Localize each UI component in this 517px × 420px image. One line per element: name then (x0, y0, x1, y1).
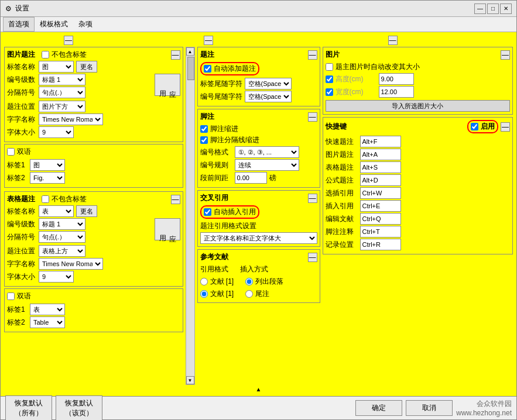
width-row: 宽度(cm) (326, 86, 511, 98)
rename-btn-table[interactable]: 更名 (76, 205, 97, 217)
top-minus-right[interactable]: — (388, 36, 398, 45)
scroll-down-btn[interactable]: ▼ (186, 376, 194, 384)
left-scrollbar: ▲ ▼ (186, 47, 195, 385)
footnote-panel-minus[interactable]: — (308, 112, 317, 122)
level-select-image[interactable]: 标题 1 (39, 74, 85, 85)
tag-suffix-row: 标签尾随字符 空格(Space (200, 78, 317, 89)
reset-all-btn[interactable]: 恢复默认（所有） (5, 395, 52, 421)
scroll-thumb[interactable] (187, 57, 194, 80)
pre-para-input[interactable] (235, 172, 267, 184)
label1-select-table[interactable]: 表 (30, 304, 65, 315)
font-size-label-table: 字体大小 (7, 272, 36, 282)
num-suffix-select[interactable]: 空格(Space (245, 91, 292, 102)
minimize-button[interactable]: — (474, 4, 486, 14)
cancel-btn[interactable]: 取消 (406, 400, 453, 416)
dual-lang-checkbox-table[interactable] (7, 292, 15, 300)
footnote-indent-row: 脚注缩进 (200, 124, 317, 134)
table-section-minus[interactable]: — (171, 195, 180, 204)
level-label-image: 编号级数 (7, 75, 36, 85)
sep-select-table[interactable]: 句点(.） (39, 231, 85, 243)
shortcuts-list: 快速题注 Alt+F 图片题注 Alt+A 表格题注 Alt+S 公式题注 (326, 136, 511, 250)
footnote-indent-checkbox[interactable] (200, 125, 208, 133)
import-btn[interactable]: 导入所选图片大小 (326, 100, 511, 112)
shortcut-key-1: Alt+A (360, 149, 401, 160)
main-window: ⚙ 设置 — □ ✕ 首选项 模板格式 杂项 — — — (0, 0, 517, 420)
auto-add-caption-checkbox[interactable] (204, 65, 211, 73)
tab-template-format[interactable]: 模板格式 (35, 17, 73, 32)
confirm-btn[interactable]: 确定 (355, 400, 402, 416)
level-apply-row-image: 编号级数 标题 1 分隔符号 句点(.） (7, 74, 180, 99)
label1-select-image[interactable]: 图 (30, 159, 65, 171)
shortcut-panel-minus[interactable]: — (501, 122, 510, 132)
width-checkbox[interactable] (326, 88, 333, 96)
height-input[interactable] (379, 73, 414, 85)
image-section-minus[interactable]: — (171, 50, 180, 60)
no-tag-checkbox-image[interactable] (42, 51, 49, 58)
font-size-select-image[interactable]: 9 (39, 126, 74, 138)
level-select-table[interactable]: 标题 1 (39, 218, 85, 230)
maximize-button[interactable]: □ (487, 4, 499, 14)
auto-resize-checkbox[interactable] (326, 63, 333, 71)
middle-panel: 题注 — 自动添加题注 标签尾随字符 空格(Space (197, 47, 320, 385)
bibliography-options: 文献 [1] 文献 [1] 列出段落 (200, 277, 317, 300)
rename-btn-image[interactable]: 更名 (76, 61, 97, 73)
num-rule-select[interactable]: 连续 (235, 159, 299, 171)
footnote-indent-label: 脚注缩进 (210, 124, 238, 134)
shortcut-label-3: 公式题注 (326, 175, 358, 185)
ref-format-select[interactable]: 正文字体名称和正文字体大 (200, 232, 317, 244)
position-row-table: 题注位置 表格上方 (7, 245, 180, 257)
tab-misc[interactable]: 杂项 (73, 17, 98, 32)
shortcut-enable-checkbox[interactable] (471, 123, 478, 130)
label2-text-table: 标签2 (7, 318, 28, 328)
shortcut-row-7: 脚注注释 Ctrl+T (326, 226, 511, 237)
shortcut-key-5: Ctrl+E (360, 200, 401, 212)
footnote-split-checkbox[interactable] (200, 136, 208, 144)
close-button[interactable]: ✕ (500, 4, 512, 14)
tag-name-select-table[interactable]: 表 (39, 205, 74, 217)
position-select-table[interactable]: 表格上方 (39, 245, 85, 257)
label2-select-table[interactable]: Table (30, 316, 65, 328)
insert-radio-1[interactable] (245, 278, 253, 285)
auto-resize-label: 题主图片时自动改变其大小 (335, 62, 420, 72)
insert-radio-2[interactable] (245, 290, 253, 298)
shortcut-panel-title: 快捷键 (326, 122, 347, 132)
top-minus-left[interactable]: — (64, 36, 73, 45)
scroll-up-btn[interactable]: ▲ (186, 47, 194, 56)
tag-name-select-image[interactable]: 图 (39, 61, 74, 73)
label2-select-image[interactable]: Fig. (30, 172, 65, 184)
content-area: 图片题注 不包含标签 — 标签名称 图 更名 (4, 47, 513, 385)
cite-radio-1[interactable] (200, 278, 208, 285)
image-panel-minus[interactable]: — (501, 50, 510, 60)
width-input[interactable] (379, 86, 414, 98)
dual-lang-checkbox-image[interactable] (7, 148, 15, 156)
image-panel-title: 图片 (326, 50, 340, 60)
font-size-select-table[interactable]: 9 (39, 271, 74, 283)
bibliography-minus[interactable]: — (308, 253, 317, 262)
position-select-image[interactable]: 图片下方 (39, 101, 85, 112)
ref-format-label-row: 题注引用格式设置 (200, 221, 317, 231)
cite-radio-2[interactable] (200, 290, 208, 298)
top-minus-middle[interactable]: — (204, 36, 213, 45)
font-name-select-table[interactable]: Times New Roma (39, 258, 103, 270)
shortcut-enable-row: 启用 — (467, 120, 510, 133)
height-checkbox[interactable] (326, 75, 333, 83)
dual-lang-label-table: 双语 (17, 291, 31, 301)
tag-suffix-select[interactable]: 空格(Space (245, 78, 292, 89)
table-caption-title: 表格题注 (7, 194, 39, 204)
shortcut-row-4: 选插引用 Ctrl+W (326, 187, 511, 199)
apply-btn-table[interactable]: 应用 (155, 218, 180, 240)
font-name-select-image[interactable]: Times New Roma (39, 113, 103, 125)
tab-preferences[interactable]: 首选项 (3, 17, 35, 32)
window-icon: ⚙ (5, 5, 12, 13)
sep-select-image[interactable]: 句点(.） (39, 87, 85, 98)
tag-name-label-table: 标签名称 (7, 206, 36, 216)
footnote-panel: 脚注 — 脚注缩进 脚注分隔线缩进 编号格式 ①, ②, ③, . (197, 109, 320, 188)
apply-btn-image[interactable]: 应用 (155, 74, 180, 96)
caption-panel-minus[interactable]: — (308, 50, 317, 60)
num-format-select[interactable]: ①, ②, ③, ... (235, 146, 299, 158)
auto-insert-checkbox[interactable] (204, 208, 211, 216)
no-tag-checkbox-table[interactable] (42, 195, 49, 203)
cross-ref-minus[interactable]: — (308, 194, 317, 203)
reset-page-btn[interactable]: 恢复默认（该页） (56, 395, 102, 421)
font-size-label-image: 字体大小 (7, 128, 36, 137)
